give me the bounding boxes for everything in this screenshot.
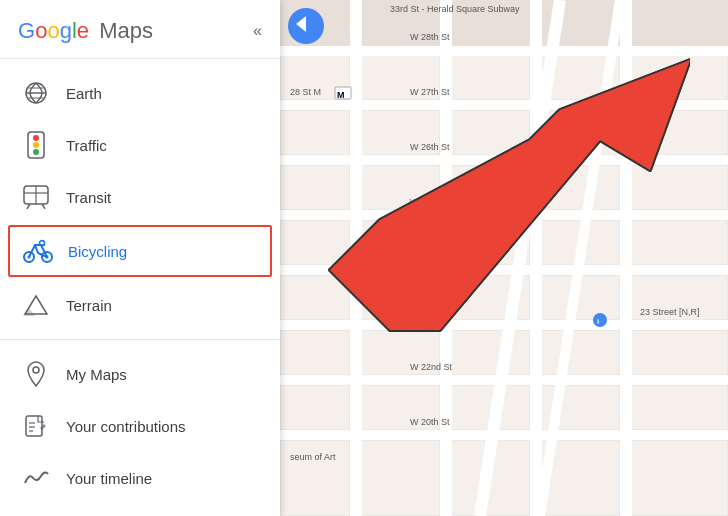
- traffic-icon: [20, 129, 52, 161]
- bicycling-label: Bicycling: [68, 243, 127, 260]
- map-background: 33rd St - Herald Square Subway W 28th St…: [280, 0, 728, 516]
- svg-rect-71: [280, 210, 728, 220]
- svg-rect-41: [540, 165, 620, 210]
- svg-text:28 St: 28 St: [640, 87, 662, 97]
- collapse-button[interactable]: «: [253, 22, 262, 40]
- svg-text:23 Street [N,R]: 23 Street [N,R]: [640, 307, 700, 317]
- svg-rect-78: [530, 0, 542, 516]
- bicycling-icon: [22, 235, 54, 267]
- svg-marker-20: [23, 308, 35, 316]
- terrain-label: Terrain: [66, 297, 112, 314]
- sidebar-item-share[interactable]: Share or embed map: [0, 504, 280, 516]
- svg-rect-48: [280, 275, 350, 320]
- svg-text:M: M: [337, 90, 345, 100]
- earth-icon: [20, 77, 52, 109]
- svg-rect-22: [26, 416, 42, 436]
- my-maps-label: My Maps: [66, 366, 127, 383]
- svg-text:28 St M: 28 St M: [290, 87, 321, 97]
- svg-rect-53: [280, 330, 350, 375]
- map-types-section: Earth Traffic: [0, 59, 280, 340]
- transit-label: Transit: [66, 189, 111, 206]
- svg-rect-37: [630, 110, 728, 155]
- logo-text: Google: [18, 18, 89, 44]
- sidebar-item-terrain[interactable]: Terrain: [0, 279, 280, 331]
- svg-rect-58: [280, 385, 350, 430]
- google-maps-logo: Google Maps: [18, 18, 153, 44]
- svg-point-5: [33, 135, 39, 141]
- sidebar-item-traffic[interactable]: Traffic: [0, 119, 280, 171]
- svg-text:W 20th St: W 20th St: [410, 417, 450, 427]
- svg-text:W 24th St: W 24th St: [410, 252, 450, 262]
- svg-rect-67: [630, 440, 728, 516]
- svg-rect-64: [360, 440, 440, 516]
- svg-rect-68: [280, 46, 728, 56]
- svg-point-21: [33, 367, 39, 373]
- svg-text:W 27th St: W 27th St: [410, 87, 450, 97]
- svg-text:W 23rd St: W 23rd St: [410, 307, 451, 317]
- svg-rect-55: [450, 330, 530, 375]
- sidebar-item-timeline[interactable]: Your timeline: [0, 452, 280, 504]
- svg-text:W 25th St: W 25th St: [410, 197, 450, 207]
- svg-point-7: [33, 149, 39, 155]
- svg-rect-47: [630, 220, 728, 265]
- timeline-label: Your timeline: [66, 470, 152, 487]
- maps-text: Maps: [93, 18, 153, 44]
- contributions-label: Your contributions: [66, 418, 186, 435]
- svg-rect-79: [620, 0, 632, 516]
- svg-rect-70: [280, 155, 728, 165]
- contributions-icon: [20, 410, 52, 442]
- my-maps-icon: [20, 358, 52, 390]
- sidebar-item-my-maps[interactable]: My Maps: [0, 348, 280, 400]
- svg-rect-76: [350, 0, 362, 516]
- earth-label: Earth: [66, 85, 102, 102]
- svg-rect-69: [280, 100, 728, 110]
- svg-rect-35: [450, 110, 530, 155]
- timeline-icon: [20, 462, 52, 494]
- transit-icon: [20, 181, 52, 213]
- sidebar-item-bicycling[interactable]: Bicycling: [8, 225, 272, 277]
- terrain-icon: [20, 289, 52, 321]
- svg-rect-57: [630, 330, 728, 375]
- extra-options-section: My Maps Your contributions: [0, 340, 280, 516]
- sidebar: Google Maps « Earth: [0, 0, 280, 516]
- sidebar-header: Google Maps «: [0, 0, 280, 59]
- sidebar-item-earth[interactable]: Earth: [0, 67, 280, 119]
- svg-point-95: [593, 313, 607, 327]
- svg-rect-75: [280, 430, 728, 440]
- svg-rect-30: [450, 55, 530, 100]
- svg-text:seum of Art: seum of Art: [290, 452, 336, 462]
- svg-rect-36: [540, 110, 620, 155]
- svg-rect-72: [280, 265, 728, 275]
- svg-rect-42: [630, 165, 728, 210]
- svg-text:i: i: [597, 317, 599, 326]
- svg-rect-40: [450, 165, 530, 210]
- svg-rect-43: [280, 220, 350, 265]
- svg-text:W 26th St: W 26th St: [410, 142, 450, 152]
- svg-rect-56: [540, 330, 620, 375]
- traffic-label: Traffic: [66, 137, 107, 154]
- svg-point-6: [33, 142, 39, 148]
- sidebar-item-transit[interactable]: Transit: [0, 171, 280, 223]
- svg-text:33rd St - Herald Square Subway: 33rd St - Herald Square Subway: [390, 4, 520, 14]
- svg-rect-62: [630, 385, 728, 430]
- svg-text:W 22nd St: W 22nd St: [410, 362, 453, 372]
- svg-rect-33: [280, 110, 350, 155]
- sidebar-item-contributions[interactable]: Your contributions: [0, 400, 280, 452]
- map-area[interactable]: 33rd St - Herald Square Subway W 28th St…: [280, 0, 728, 516]
- map-svg: 33rd St - Herald Square Subway W 28th St…: [280, 0, 728, 516]
- svg-text:W 28th St: W 28th St: [410, 32, 450, 42]
- svg-rect-38: [280, 165, 350, 210]
